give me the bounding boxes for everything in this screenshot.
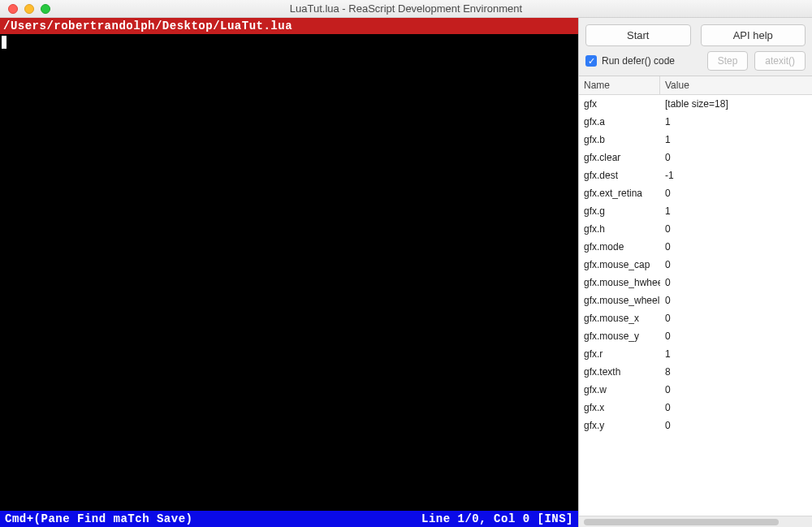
run-defer-label: Run defer() code: [602, 55, 675, 67]
table-row[interactable]: gfx.mouse_hwheel0: [579, 274, 812, 292]
table-row[interactable]: gfx.x0: [579, 399, 812, 417]
var-name: gfx.mouse_x: [579, 309, 660, 327]
table-row[interactable]: gfx.a1: [579, 113, 812, 131]
var-value: 0: [660, 220, 812, 238]
var-name: gfx.a: [579, 113, 660, 131]
table-row[interactable]: gfx.mouse_y0: [579, 327, 812, 345]
var-name: gfx: [579, 95, 660, 113]
var-name: gfx.ext_retina: [579, 184, 660, 202]
file-path-bar: /Users/robertrandolph/Desktop/LuaTut.lua: [0, 18, 578, 34]
toolbar-row-2: ✓ Run defer() code Step atexit(): [585, 51, 806, 71]
var-value: 1: [660, 345, 812, 363]
header-name[interactable]: Name: [579, 76, 660, 94]
table-row[interactable]: gfx.h0: [579, 220, 812, 238]
run-defer-checkbox[interactable]: ✓: [585, 55, 597, 67]
var-name: gfx.r: [579, 345, 660, 363]
atexit-button[interactable]: atexit(): [754, 51, 806, 71]
var-value: 0: [660, 309, 812, 327]
table-row[interactable]: gfx.ext_retina0: [579, 184, 812, 202]
table-row[interactable]: gfx.mode0: [579, 238, 812, 256]
table-row[interactable]: gfx.w0: [579, 381, 812, 399]
var-value: 0: [660, 256, 812, 274]
var-value: 0: [660, 327, 812, 345]
scrollbar-thumb[interactable]: [584, 519, 779, 525]
var-value: 0: [660, 184, 812, 202]
var-value: 0: [660, 417, 812, 434]
table-row[interactable]: gfx.mouse_wheel0: [579, 292, 812, 309]
close-icon[interactable]: [8, 4, 18, 14]
traffic-lights: [0, 4, 50, 14]
var-value: 1: [660, 202, 812, 220]
var-value: [table size=18]: [660, 95, 812, 113]
var-name: gfx.w: [579, 381, 660, 399]
toolbar: Start API help ✓ Run defer() code Step a…: [579, 18, 812, 76]
var-name: gfx.g: [579, 202, 660, 220]
var-value: 0: [660, 292, 812, 309]
table-row[interactable]: gfx[table size=18]: [579, 95, 812, 113]
table-row[interactable]: gfx.r1: [579, 345, 812, 363]
table-row[interactable]: gfx.texth8: [579, 363, 812, 381]
var-name: gfx.clear: [579, 149, 660, 166]
variables-body[interactable]: gfx[table size=18]gfx.a1gfx.b1gfx.clear0…: [579, 95, 812, 516]
table-row[interactable]: gfx.clear0: [579, 149, 812, 166]
var-name: gfx.mode: [579, 238, 660, 256]
var-value: 1: [660, 113, 812, 131]
editor-pane: /Users/robertrandolph/Desktop/LuaTut.lua…: [0, 18, 578, 527]
code-editor[interactable]: [0, 34, 578, 511]
var-value: 1: [660, 131, 812, 149]
var-value: 8: [660, 363, 812, 381]
table-row[interactable]: gfx.b1: [579, 131, 812, 149]
var-name: gfx.mouse_wheel: [579, 292, 660, 309]
start-button[interactable]: Start: [585, 24, 691, 46]
toolbar-row-1: Start API help: [585, 24, 806, 46]
table-row[interactable]: gfx.mouse_x0: [579, 309, 812, 327]
var-value: 0: [660, 399, 812, 417]
api-help-button[interactable]: API help: [701, 24, 806, 46]
var-name: gfx.x: [579, 399, 660, 417]
horizontal-scrollbar[interactable]: [579, 516, 812, 527]
var-value: 0: [660, 381, 812, 399]
var-name: gfx.mouse_hwheel: [579, 274, 660, 292]
side-panel: Start API help ✓ Run defer() code Step a…: [578, 18, 812, 527]
table-row[interactable]: gfx.g1: [579, 202, 812, 220]
table-row[interactable]: gfx.y0: [579, 417, 812, 434]
window-title: LuaTut.lua - ReaScript Development Envir…: [0, 2, 812, 15]
var-name: gfx.b: [579, 131, 660, 149]
variables-header: Name Value: [579, 76, 812, 95]
var-name: gfx.mouse_y: [579, 327, 660, 345]
status-right: Line 1/0, Col 0 [INS]: [421, 512, 573, 525]
var-name: gfx.dest: [579, 166, 660, 184]
status-bar: Cmd+(Pane Find maTch Save) Line 1/0, Col…: [0, 511, 578, 527]
text-cursor: [2, 36, 6, 49]
var-name: gfx.h: [579, 220, 660, 238]
variables-table: Name Value gfx[table size=18]gfx.a1gfx.b…: [579, 76, 812, 527]
main-area: /Users/robertrandolph/Desktop/LuaTut.lua…: [0, 18, 812, 527]
status-left: Cmd+(Pane Find maTch Save): [5, 512, 192, 525]
var-value: 0: [660, 149, 812, 166]
titlebar: LuaTut.lua - ReaScript Development Envir…: [0, 0, 812, 18]
var-name: gfx.texth: [579, 363, 660, 381]
table-row[interactable]: gfx.mouse_cap0: [579, 256, 812, 274]
maximize-icon[interactable]: [41, 4, 50, 14]
var-name: gfx.y: [579, 417, 660, 434]
var-value: -1: [660, 166, 812, 184]
step-button[interactable]: Step: [707, 51, 749, 71]
var-value: 0: [660, 238, 812, 256]
var-name: gfx.mouse_cap: [579, 256, 660, 274]
debug-buttons: Step atexit(): [707, 51, 806, 71]
minimize-icon[interactable]: [24, 4, 34, 14]
header-value[interactable]: Value: [660, 76, 812, 94]
var-value: 0: [660, 274, 812, 292]
table-row[interactable]: gfx.dest-1: [579, 166, 812, 184]
